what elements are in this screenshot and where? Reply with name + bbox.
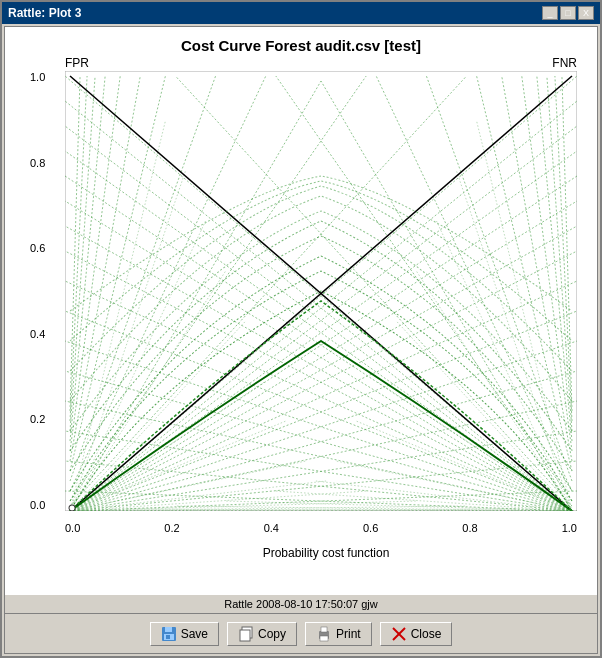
minimize-button[interactable]: _ xyxy=(542,6,558,20)
svg-point-86 xyxy=(69,505,75,511)
svg-rect-100 xyxy=(165,627,172,632)
plot-container: Cost Curve Forest audit.csv [test] Norma… xyxy=(5,27,597,595)
window-title: Rattle: Plot 3 xyxy=(8,6,81,20)
main-window: Rattle: Plot 3 _ □ X Cost Curve Forest a… xyxy=(0,0,602,658)
svg-rect-104 xyxy=(240,630,250,641)
x-axis-ticks: 0.0 0.2 0.4 0.6 0.8 1.0 xyxy=(65,522,577,534)
save-icon xyxy=(161,626,177,642)
close-label: Close xyxy=(411,627,442,641)
chart-svg xyxy=(65,71,577,511)
fnr-label: FNR xyxy=(552,56,577,70)
save-button[interactable]: Save xyxy=(150,622,219,646)
print-button[interactable]: Print xyxy=(305,622,372,646)
plot-title: Cost Curve Forest audit.csv [test] xyxy=(15,37,587,54)
maximize-button[interactable]: □ xyxy=(560,6,576,20)
status-bar: Rattle 2008-08-10 17:50:07 gjw xyxy=(5,595,597,613)
print-icon xyxy=(316,626,332,642)
svg-rect-106 xyxy=(320,636,328,641)
copy-label: Copy xyxy=(258,627,286,641)
close-button[interactable]: Close xyxy=(380,622,453,646)
plot-area: Normalized expected cost 1.0 0.8 0.6 0.4… xyxy=(15,56,587,546)
toolbar: Save Copy xyxy=(5,613,597,653)
content-area: Cost Curve Forest audit.csv [test] Norma… xyxy=(4,26,598,654)
close-button[interactable]: X xyxy=(578,6,594,20)
status-text: Rattle 2008-08-10 17:50:07 gjw xyxy=(224,598,378,610)
fpr-label: FPR xyxy=(65,56,89,70)
svg-rect-107 xyxy=(321,627,327,632)
chart-area: 1.0 0.8 0.6 0.4 0.2 0.0 FPR FNR Predict … xyxy=(65,56,577,516)
title-bar-buttons: _ □ X xyxy=(542,6,594,20)
copy-button[interactable]: Copy xyxy=(227,622,297,646)
save-label: Save xyxy=(181,627,208,641)
copy-icon xyxy=(238,626,254,642)
close-icon xyxy=(391,626,407,642)
print-label: Print xyxy=(336,627,361,641)
x-axis-label: Probability cost function xyxy=(65,546,587,560)
title-bar: Rattle: Plot 3 _ □ X xyxy=(2,2,600,24)
y-axis-ticks: 1.0 0.8 0.6 0.4 0.2 0.0 xyxy=(30,71,45,511)
svg-rect-102 xyxy=(166,635,170,639)
